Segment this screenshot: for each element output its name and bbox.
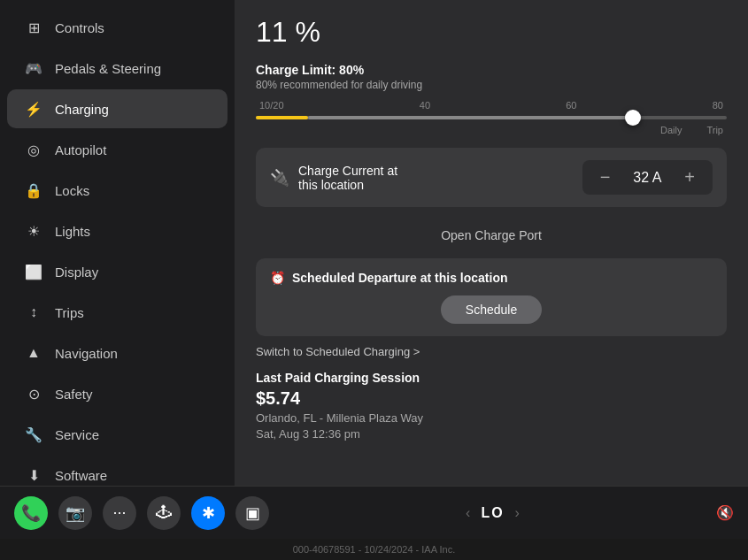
switch-charging-link[interactable]: Switch to Scheduled Charging >	[256, 345, 727, 358]
sidebar-item-locks[interactable]: 🔒 Locks	[7, 171, 227, 210]
daily-label: Daily	[660, 125, 682, 135]
chevron-left-icon[interactable]: ‹	[466, 505, 470, 521]
taskbar-center: ‹ LO ›	[466, 505, 520, 521]
last-session-date: Sat, Aug 3 12:36 pm	[256, 427, 360, 441]
sidebar-label-pedals: Pedals & Steering	[55, 61, 161, 76]
footer: 000-40678591 - 10/24/2024 - IAA Inc.	[0, 539, 748, 560]
service-icon: 🔧	[23, 424, 44, 445]
sidebar-item-pedals[interactable]: 🎮 Pedals & Steering	[7, 49, 227, 88]
last-session-amount: $5.74	[256, 388, 727, 409]
safety-icon: ⊙	[23, 383, 44, 404]
sidebar-item-safety[interactable]: ⊙ Safety	[7, 374, 227, 413]
sidebar-label-navigation: Navigation	[55, 346, 118, 361]
scheduled-title-text: Scheduled Departure at this location	[292, 271, 508, 285]
phone-button[interactable]: 📞	[14, 496, 48, 530]
sidebar-label-charging: Charging	[55, 102, 109, 117]
last-session-location: Orlando, FL - Millenia Plaza Way Sat, Au…	[256, 410, 727, 442]
sidebar-item-autopilot[interactable]: ◎ Autopilot	[7, 130, 227, 169]
sidebar-label-display: Display	[55, 265, 98, 280]
sidebar-item-service[interactable]: 🔧 Service	[7, 415, 227, 454]
charge-limit-sublabel: 80% recommended for daily driving	[256, 79, 727, 91]
charge-current-text: Charge Current atthis location	[298, 164, 397, 192]
sidebar-label-locks: Locks	[55, 183, 89, 198]
sidebar-item-controls[interactable]: ⊞ Controls	[7, 8, 227, 47]
slider-label-60: 60	[566, 100, 576, 111]
bluetooth-icon: ✱	[202, 503, 215, 523]
taskbar-left: 📞 📷 ··· 🕹 ✱ ▣	[14, 496, 269, 530]
volume-icon[interactable]: 🔇	[716, 504, 734, 521]
last-session-place: Orlando, FL - Millenia Plaza Way	[256, 411, 423, 425]
camera-icon: 📷	[66, 503, 85, 523]
dots-button[interactable]: ···	[103, 496, 136, 530]
charge-limit-label: Charge Limit: 80%	[256, 63, 727, 77]
scheduled-departure-section: ⏰ Scheduled Departure at this location S…	[256, 258, 727, 336]
sidebar-label-service: Service	[55, 427, 99, 442]
charge-current-control: − 32 A +	[582, 160, 713, 195]
camera-button[interactable]: 📷	[58, 496, 92, 530]
main-content: 11 % Charge Limit: 80% 80% recommended f…	[235, 0, 748, 486]
sidebar-item-lights[interactable]: ☀ Lights	[7, 211, 227, 250]
card-icon: ▣	[245, 503, 260, 523]
sidebar-item-trips[interactable]: ↕ Trips	[7, 293, 227, 332]
scheduled-title: ⏰ Scheduled Departure at this location	[270, 271, 713, 285]
sidebar-label-controls: Controls	[55, 20, 104, 35]
bluetooth-button[interactable]: ✱	[191, 496, 225, 530]
clock-icon: ⏰	[270, 271, 285, 285]
pedals-icon: 🎮	[23, 58, 44, 79]
charging-icon: ⚡	[23, 98, 44, 119]
charge-current-value: 32 A	[629, 170, 665, 186]
slider-track[interactable]	[256, 116, 727, 119]
battery-percent: 11 %	[256, 16, 727, 49]
slider-thumb[interactable]	[625, 110, 641, 126]
trips-icon: ↕	[23, 302, 44, 323]
phone-icon: 📞	[21, 503, 41, 523]
lights-icon: ☀	[23, 220, 44, 242]
slider-label-80: 80	[713, 100, 723, 111]
open-charge-port-button[interactable]: Open Charge Port	[256, 219, 727, 251]
dots-icon: ···	[112, 503, 126, 522]
sidebar-item-navigation[interactable]: ▲ Navigation	[7, 334, 227, 372]
locks-icon: 🔒	[23, 180, 44, 201]
schedule-button[interactable]: Schedule	[441, 295, 542, 324]
last-session-title: Last Paid Charging Session	[256, 371, 727, 385]
autopilot-icon: ◎	[23, 139, 44, 160]
taskbar-right: 🔇	[716, 504, 734, 521]
software-icon: ⬇	[23, 464, 44, 486]
decrease-current-button[interactable]: −	[595, 165, 616, 189]
card-button[interactable]: ▣	[235, 496, 269, 530]
charge-current-section: 🔌 Charge Current atthis location − 32 A …	[256, 148, 727, 207]
chevron-right-icon[interactable]: ›	[515, 505, 520, 521]
sidebar-label-safety: Safety	[55, 387, 93, 402]
slider-daily-trip: Daily Trip	[256, 125, 727, 135]
charge-current-label: 🔌 Charge Current atthis location	[270, 164, 397, 192]
slider-labels: 10/20 40 60 80	[256, 100, 727, 111]
footer-text: 000-40678591 - 10/24/2024 - IAA Inc.	[293, 544, 455, 555]
slider-fill-gray	[308, 116, 633, 119]
plug-icon: 🔌	[270, 168, 289, 188]
taskbar: 📞 📷 ··· 🕹 ✱ ▣ ‹ LO › 🔇	[0, 486, 748, 539]
speed-display: LO	[481, 505, 504, 521]
slider-fill-yellow	[256, 116, 308, 119]
charge-limit-slider-container: 10/20 40 60 80 Daily Trip	[256, 100, 727, 135]
trip-label: Trip	[706, 125, 723, 135]
sidebar-item-software[interactable]: ⬇ Software	[7, 456, 227, 486]
sidebar-label-trips: Trips	[55, 305, 84, 320]
sidebar-label-lights: Lights	[55, 224, 90, 239]
gamepad-icon: 🕹	[156, 503, 172, 522]
slider-label-start: 10/20	[259, 100, 284, 111]
gamepad-button[interactable]: 🕹	[147, 496, 181, 530]
controls-icon: ⊞	[23, 17, 44, 38]
sidebar: ⊞ Controls 🎮 Pedals & Steering ⚡ Chargin…	[0, 0, 235, 486]
navigation-icon: ▲	[23, 342, 44, 364]
display-icon: ⬜	[23, 261, 44, 282]
increase-current-button[interactable]: +	[679, 165, 700, 189]
sidebar-item-charging[interactable]: ⚡ Charging	[7, 89, 227, 128]
sidebar-item-display[interactable]: ⬜ Display	[7, 252, 227, 291]
sidebar-label-autopilot: Autopilot	[55, 142, 106, 157]
slider-label-40: 40	[420, 100, 430, 111]
sidebar-label-software: Software	[55, 468, 107, 483]
